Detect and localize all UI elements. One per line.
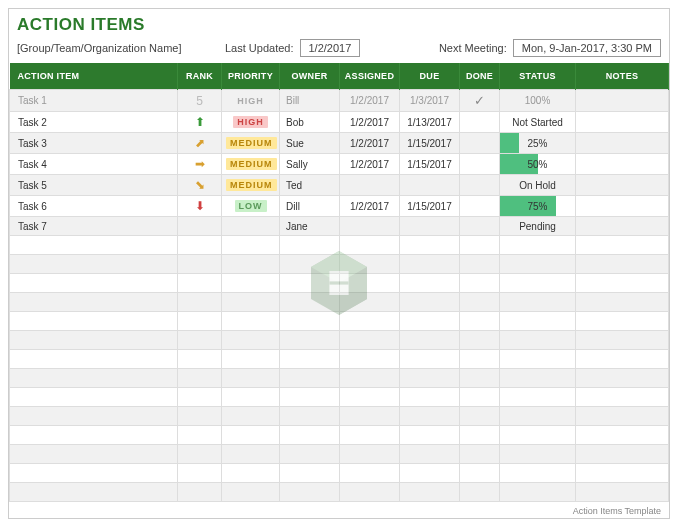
cell-rank[interactable]: ➡ <box>178 154 222 175</box>
cell-empty[interactable] <box>460 255 500 274</box>
cell-empty[interactable] <box>500 274 576 293</box>
cell-empty[interactable] <box>340 426 400 445</box>
cell-empty[interactable] <box>460 426 500 445</box>
cell-status[interactable]: 100% <box>500 90 576 112</box>
cell-priority[interactable]: LOW <box>222 196 280 217</box>
cell-empty[interactable] <box>460 388 500 407</box>
cell-notes[interactable] <box>576 90 669 112</box>
table-row[interactable] <box>10 293 669 312</box>
cell-empty[interactable] <box>576 464 669 483</box>
cell-rank[interactable]: ⬈ <box>178 133 222 154</box>
cell-owner[interactable]: Ted <box>280 175 340 196</box>
table-row[interactable]: Task 2⬆HIGHBob1/2/20171/13/2017Not Start… <box>10 112 669 133</box>
cell-empty[interactable] <box>576 293 669 312</box>
cell-empty[interactable] <box>222 274 280 293</box>
cell-empty[interactable] <box>400 445 460 464</box>
cell-empty[interactable] <box>340 483 400 502</box>
cell-empty[interactable] <box>222 312 280 331</box>
cell-empty[interactable] <box>178 426 222 445</box>
cell-empty[interactable] <box>340 293 400 312</box>
cell-empty[interactable] <box>500 426 576 445</box>
cell-owner[interactable]: Dill <box>280 196 340 217</box>
cell-empty[interactable] <box>222 483 280 502</box>
cell-empty[interactable] <box>460 369 500 388</box>
cell-rank[interactable] <box>178 217 222 236</box>
cell-empty[interactable] <box>10 483 178 502</box>
cell-priority[interactable] <box>222 217 280 236</box>
cell-notes[interactable] <box>576 217 669 236</box>
cell-empty[interactable] <box>178 369 222 388</box>
cell-empty[interactable] <box>340 407 400 426</box>
cell-empty[interactable] <box>400 407 460 426</box>
cell-notes[interactable] <box>576 196 669 217</box>
cell-rank[interactable]: ⬇ <box>178 196 222 217</box>
cell-empty[interactable] <box>222 388 280 407</box>
cell-empty[interactable] <box>500 255 576 274</box>
cell-empty[interactable] <box>178 274 222 293</box>
cell-empty[interactable] <box>280 350 340 369</box>
cell-empty[interactable] <box>10 236 178 255</box>
cell-empty[interactable] <box>400 464 460 483</box>
cell-empty[interactable] <box>222 445 280 464</box>
cell-priority[interactable]: MEDIUM <box>222 154 280 175</box>
cell-done[interactable] <box>460 133 500 154</box>
cell-notes[interactable] <box>576 112 669 133</box>
cell-assigned[interactable]: 1/2/2017 <box>340 90 400 112</box>
cell-empty[interactable] <box>178 312 222 331</box>
table-row[interactable]: Task 4➡MEDIUMSally1/2/20171/15/201750% <box>10 154 669 175</box>
cell-empty[interactable] <box>500 331 576 350</box>
cell-status[interactable]: 25% <box>500 133 576 154</box>
cell-empty[interactable] <box>280 483 340 502</box>
cell-empty[interactable] <box>460 464 500 483</box>
cell-empty[interactable] <box>576 255 669 274</box>
cell-empty[interactable] <box>340 350 400 369</box>
cell-owner[interactable]: Bob <box>280 112 340 133</box>
table-row[interactable] <box>10 388 669 407</box>
cell-empty[interactable] <box>576 331 669 350</box>
cell-empty[interactable] <box>400 483 460 502</box>
cell-empty[interactable] <box>178 483 222 502</box>
cell-empty[interactable] <box>178 293 222 312</box>
cell-empty[interactable] <box>400 426 460 445</box>
cell-empty[interactable] <box>280 312 340 331</box>
cell-empty[interactable] <box>222 369 280 388</box>
cell-rank[interactable]: 5 <box>178 90 222 112</box>
cell-empty[interactable] <box>280 274 340 293</box>
table-row[interactable] <box>10 312 669 331</box>
cell-status[interactable]: On Hold <box>500 175 576 196</box>
cell-empty[interactable] <box>280 464 340 483</box>
cell-empty[interactable] <box>10 312 178 331</box>
cell-assigned[interactable] <box>340 175 400 196</box>
cell-empty[interactable] <box>500 236 576 255</box>
cell-action[interactable]: Task 3 <box>10 133 178 154</box>
cell-empty[interactable] <box>280 293 340 312</box>
cell-assigned[interactable]: 1/2/2017 <box>340 112 400 133</box>
cell-owner[interactable]: Jane <box>280 217 340 236</box>
cell-empty[interactable] <box>178 255 222 274</box>
cell-notes[interactable] <box>576 133 669 154</box>
cell-empty[interactable] <box>10 426 178 445</box>
next-meeting-input[interactable]: Mon, 9-Jan-2017, 3:30 PM <box>513 39 661 57</box>
cell-empty[interactable] <box>280 426 340 445</box>
cell-rank[interactable]: ⬆ <box>178 112 222 133</box>
cell-empty[interactable] <box>576 236 669 255</box>
cell-empty[interactable] <box>10 369 178 388</box>
cell-due[interactable] <box>400 175 460 196</box>
cell-assigned[interactable]: 1/2/2017 <box>340 196 400 217</box>
cell-empty[interactable] <box>340 388 400 407</box>
cell-empty[interactable] <box>500 464 576 483</box>
cell-due[interactable]: 1/3/2017 <box>400 90 460 112</box>
cell-empty[interactable] <box>280 407 340 426</box>
cell-empty[interactable] <box>222 426 280 445</box>
cell-empty[interactable] <box>500 407 576 426</box>
cell-empty[interactable] <box>576 426 669 445</box>
cell-empty[interactable] <box>400 369 460 388</box>
cell-done[interactable]: ✓ <box>460 90 500 112</box>
cell-notes[interactable] <box>576 154 669 175</box>
cell-status[interactable]: 50% <box>500 154 576 175</box>
cell-empty[interactable] <box>500 350 576 369</box>
cell-empty[interactable] <box>280 369 340 388</box>
table-row[interactable]: Task 15HIGHBill1/2/20171/3/2017✓100% <box>10 90 669 112</box>
cell-empty[interactable] <box>340 274 400 293</box>
cell-empty[interactable] <box>576 274 669 293</box>
